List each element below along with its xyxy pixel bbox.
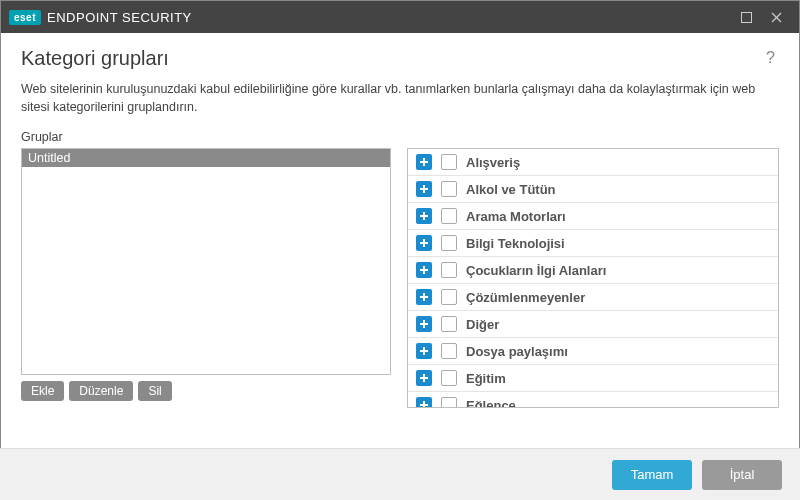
category-checkbox[interactable] <box>441 289 457 305</box>
expand-icon[interactable] <box>416 208 432 224</box>
group-item[interactable]: Untitled <box>22 149 390 167</box>
category-row: Eğitim <box>408 365 778 392</box>
expand-icon[interactable] <box>416 316 432 332</box>
content-area: Kategori grupları ? Web sitelerinin kuru… <box>1 33 799 408</box>
category-label: Diğer <box>466 317 499 332</box>
delete-button[interactable]: Sil <box>138 381 171 401</box>
category-checkbox[interactable] <box>441 397 457 408</box>
category-row: Alkol ve Tütün <box>408 176 778 203</box>
category-label: Bilgi Teknolojisi <box>466 236 565 251</box>
category-label: Eğlence <box>466 398 516 409</box>
expand-icon[interactable] <box>416 154 432 170</box>
brand-title: ENDPOINT SECURITY <box>47 10 192 25</box>
category-label: Dosya paylaşımı <box>466 344 568 359</box>
category-checkbox[interactable] <box>441 370 457 386</box>
category-row: Eğlence <box>408 392 778 408</box>
expand-icon[interactable] <box>416 235 432 251</box>
category-list[interactable]: AlışverişAlkol ve TütünArama MotorlarıBi… <box>407 148 779 408</box>
window-maximize-button[interactable] <box>731 1 761 33</box>
category-checkbox[interactable] <box>441 235 457 251</box>
category-label: Alkol ve Tütün <box>466 182 556 197</box>
category-row: Çocukların İlgi Alanları <box>408 257 778 284</box>
add-button[interactable]: Ekle <box>21 381 64 401</box>
page-title: Kategori grupları <box>21 47 169 70</box>
brand-badge: eset <box>9 10 41 25</box>
titlebar: eset ENDPOINT SECURITY <box>1 1 799 33</box>
help-icon[interactable]: ? <box>762 47 779 69</box>
window-close-button[interactable] <box>761 1 791 33</box>
footer: Tamam İptal <box>0 448 800 500</box>
category-label: Çözümlenmeyenler <box>466 290 585 305</box>
close-icon <box>771 12 782 23</box>
maximize-icon <box>741 12 752 23</box>
group-list[interactable]: Untitled <box>21 148 391 375</box>
page-description: Web sitelerinin kuruluşunuzdaki kabul ed… <box>21 80 779 116</box>
groups-panel: Untitled Ekle Düzenle Sil <box>21 148 391 408</box>
expand-icon[interactable] <box>416 343 432 359</box>
category-row: Bilgi Teknolojisi <box>408 230 778 257</box>
category-label: Eğitim <box>466 371 506 386</box>
expand-icon[interactable] <box>416 370 432 386</box>
category-row: Diğer <box>408 311 778 338</box>
category-row: Alışveriş <box>408 149 778 176</box>
expand-icon[interactable] <box>416 181 432 197</box>
expand-icon[interactable] <box>416 289 432 305</box>
category-checkbox[interactable] <box>441 181 457 197</box>
category-checkbox[interactable] <box>441 343 457 359</box>
category-row: Dosya paylaşımı <box>408 338 778 365</box>
category-label: Arama Motorları <box>466 209 566 224</box>
category-row: Arama Motorları <box>408 203 778 230</box>
expand-icon[interactable] <box>416 262 432 278</box>
category-checkbox[interactable] <box>441 262 457 278</box>
category-row: Çözümlenmeyenler <box>408 284 778 311</box>
group-actions: Ekle Düzenle Sil <box>21 381 391 401</box>
category-label: Alışveriş <box>466 155 520 170</box>
expand-icon[interactable] <box>416 397 432 408</box>
category-checkbox[interactable] <box>441 316 457 332</box>
edit-button[interactable]: Düzenle <box>69 381 133 401</box>
cancel-button[interactable]: İptal <box>702 460 782 490</box>
category-label: Çocukların İlgi Alanları <box>466 263 606 278</box>
category-checkbox[interactable] <box>441 154 457 170</box>
groups-label: Gruplar <box>21 130 779 144</box>
ok-button[interactable]: Tamam <box>612 460 692 490</box>
category-checkbox[interactable] <box>441 208 457 224</box>
categories-panel: AlışverişAlkol ve TütünArama MotorlarıBi… <box>407 148 779 408</box>
svg-rect-0 <box>741 12 751 22</box>
